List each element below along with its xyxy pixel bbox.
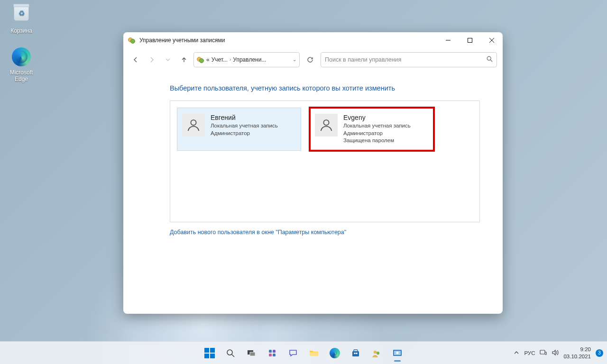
task-view-button[interactable] (242, 344, 261, 363)
svg-point-7 (323, 120, 329, 125)
minimize-button[interactable] (437, 32, 459, 48)
user-name: Evgeny (343, 114, 411, 121)
taskbar-clock[interactable]: 9:20 03.10.2021 (563, 346, 591, 360)
svg-rect-16 (310, 352, 318, 356)
nav-bar: « Учет... › Управлени... ⌄ (123, 48, 503, 71)
svg-point-25 (396, 352, 399, 354)
desktop-icon-edge[interactable]: Microsoft Edge (4, 47, 39, 82)
taskbar-search-button[interactable] (221, 344, 240, 363)
taskbar-app-control-panel[interactable] (388, 344, 407, 363)
chat-button[interactable] (284, 344, 303, 363)
svg-rect-18 (354, 350, 358, 352)
user-accounts-icon (128, 36, 136, 44)
taskbar-center (200, 344, 407, 363)
desktop-icon-recycle-bin[interactable]: Корзина (4, 3, 39, 34)
search-box[interactable] (321, 52, 497, 67)
svg-point-21 (374, 350, 377, 353)
volume-icon[interactable] (552, 349, 559, 357)
user-role: Администратор (343, 130, 411, 137)
content-area: Выберите пользователя, учетную запись ко… (123, 71, 503, 314)
refresh-button[interactable] (303, 52, 318, 67)
start-button[interactable] (200, 344, 219, 363)
svg-rect-20 (356, 353, 358, 354)
system-tray: РУС 9:20 03.10.2021 3 (514, 346, 603, 360)
svg-rect-14 (269, 354, 272, 356)
file-explorer-button[interactable] (304, 344, 323, 363)
svg-rect-26 (540, 350, 545, 354)
taskbar-app-lusrmgr[interactable] (367, 344, 386, 363)
svg-point-6 (191, 120, 196, 125)
control-panel-window: Управление учетными записями « Учет... ›… (123, 32, 503, 314)
taskbar: РУС 9:20 03.10.2021 3 (0, 341, 607, 364)
avatar-icon (315, 114, 338, 136)
svg-rect-12 (269, 350, 272, 353)
search-input[interactable] (325, 56, 487, 63)
widgets-button[interactable] (263, 344, 282, 363)
user-list: Евгений Локальная учетная запись Админис… (170, 100, 480, 222)
address-bar[interactable]: « Учет... › Управлени... ⌄ (193, 52, 300, 67)
notification-badge[interactable]: 3 (596, 349, 603, 357)
svg-rect-1 (468, 38, 472, 43)
edge-label: Microsoft Edge (4, 69, 39, 82)
network-icon[interactable] (540, 349, 547, 357)
svg-point-22 (377, 351, 379, 354)
user-name: Евгений (211, 114, 278, 121)
title-bar[interactable]: Управление учетными записями (123, 32, 503, 48)
edge-icon (330, 348, 340, 358)
user-password-status: Защищена паролем (343, 137, 411, 145)
edge-button[interactable] (325, 344, 344, 363)
back-button[interactable] (129, 53, 142, 66)
svg-point-8 (227, 350, 232, 355)
add-user-link[interactable]: Добавить нового пользователя в окне "Пар… (170, 229, 346, 236)
recycle-bin-label: Корзина (4, 27, 39, 34)
input-language[interactable]: РУС (524, 350, 535, 356)
avatar-icon (182, 114, 205, 136)
window-title: Управление учетными записями (139, 37, 437, 44)
search-icon[interactable] (487, 56, 493, 64)
up-button[interactable] (177, 53, 191, 66)
page-heading: Выберите пользователя, учетную запись ко… (170, 84, 480, 92)
user-type: Локальная учетная запись (211, 122, 278, 130)
clock-date: 03.10.2021 (563, 353, 591, 360)
user-tile-evgeny[interactable]: Evgeny Локальная учетная запись Админист… (310, 108, 434, 151)
breadcrumb-lead: « (206, 56, 210, 63)
user-role: Администратор (211, 130, 278, 137)
breadcrumb-seg1[interactable]: Учет... (212, 56, 228, 63)
user-tile-evgeniy[interactable]: Евгений Локальная учетная запись Админис… (177, 108, 301, 151)
svg-line-9 (232, 355, 234, 357)
svg-rect-13 (273, 350, 276, 353)
svg-line-5 (490, 60, 492, 62)
user-type: Локальная учетная запись (343, 122, 411, 130)
svg-rect-15 (273, 354, 276, 356)
svg-rect-11 (250, 352, 255, 356)
svg-point-4 (487, 56, 491, 60)
recent-locations-button[interactable] (161, 53, 175, 66)
tray-overflow-button[interactable] (514, 350, 519, 356)
svg-rect-19 (354, 353, 356, 354)
close-button[interactable] (481, 32, 503, 48)
forward-button[interactable] (145, 53, 158, 66)
chevron-right-icon: › (230, 57, 231, 62)
edge-icon (12, 47, 31, 66)
store-button[interactable] (346, 344, 365, 363)
user-accounts-icon (197, 56, 204, 64)
clock-time: 9:20 (563, 346, 591, 353)
windows-logo-icon (204, 348, 215, 358)
breadcrumb-seg2[interactable]: Управлени... (233, 56, 266, 63)
maximize-button[interactable] (459, 32, 481, 48)
chevron-down-icon[interactable]: ⌄ (293, 57, 296, 62)
recycle-bin-icon (14, 6, 29, 21)
